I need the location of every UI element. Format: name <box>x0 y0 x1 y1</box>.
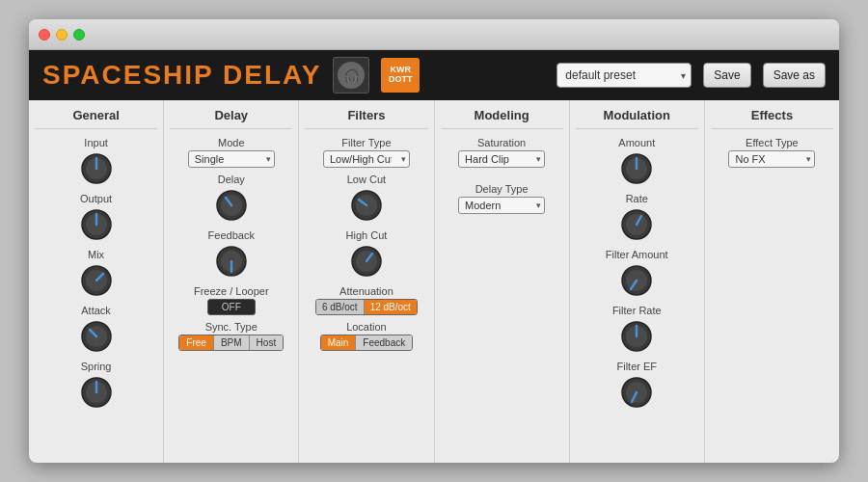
low-cut-label: Low Cut <box>347 174 386 185</box>
general-header: General <box>35 108 157 129</box>
delay-type-select-wrapper: Modern Tape BBD <box>458 197 545 214</box>
attenuation-control: Attenuation 6 dB/oct 12 dB/oct <box>315 285 418 315</box>
mix-knob[interactable] <box>78 262 115 299</box>
atten-6db-btn[interactable]: 6 dB/oct <box>316 300 365 314</box>
amount-knob[interactable] <box>618 150 655 187</box>
high-cut-control: High Cut <box>346 229 388 280</box>
header-bar: SPACESHIP DELAY 🎧 KWRDOTT default preset… <box>29 50 839 100</box>
effects-column: Effects Effect Type No FX Chorus Flanger… <box>705 100 839 463</box>
input-knob[interactable] <box>78 150 115 187</box>
mode-select-wrapper: Single Dual Ping Pong <box>188 150 275 168</box>
filter-amount-control: Filter Amount <box>606 249 668 299</box>
spring-control: Spring <box>78 361 115 411</box>
mode-label: Mode <box>218 137 245 148</box>
filter-rate-label: Filter Rate <box>612 305 662 316</box>
filter-type-select[interactable]: Low/High Cut Low Pass High Pass <box>323 150 410 168</box>
attack-label: Attack <box>81 305 111 316</box>
output-control: Output <box>78 193 115 243</box>
filter-amount-knob[interactable] <box>618 262 655 299</box>
modulation-column: Modulation Amount Rate Filter Amount <box>570 100 705 463</box>
freeze-label: Freeze / Looper <box>194 285 269 297</box>
location-label: Location <box>346 321 387 333</box>
saturation-select[interactable]: Hard Clip Soft Clip Tube None <box>458 150 545 168</box>
preset-select[interactable]: default preset <box>556 63 692 88</box>
rate-label: Rate <box>626 193 648 204</box>
mode-control: Mode Single Dual Ping Pong <box>188 137 275 168</box>
main-content: General Input Output Mix Attack <box>29 100 839 463</box>
delay-type-control: Delay Type Modern Tape BBD <box>458 183 545 214</box>
filter-ef-knob[interactable] <box>618 374 655 411</box>
filter-ef-control: Filter EF <box>616 361 657 411</box>
feedback-knob[interactable] <box>213 243 250 280</box>
filter-rate-knob[interactable] <box>618 318 655 355</box>
mode-select[interactable]: Single Dual Ping Pong <box>188 150 275 168</box>
rate-control: Rate <box>618 193 655 243</box>
input-label: Input <box>84 137 107 148</box>
filter-rate-control: Filter Rate <box>612 305 662 355</box>
save-as-button[interactable]: Save as <box>763 63 826 88</box>
traffic-lights <box>39 29 85 40</box>
save-button[interactable]: Save <box>703 63 750 88</box>
freeze-button[interactable]: OFF <box>207 299 256 315</box>
feedback-control: Feedback <box>208 229 255 280</box>
sync-bpm-btn[interactable]: BPM <box>214 335 250 350</box>
delay-knob[interactable] <box>213 187 250 224</box>
effect-type-select[interactable]: No FX Chorus Flanger Phaser <box>728 150 815 168</box>
atten-12db-btn[interactable]: 12 dB/oct <box>365 300 417 314</box>
mix-label: Mix <box>88 249 104 260</box>
preset-wrapper: default preset <box>556 63 692 88</box>
saturation-control: Saturation Hard Clip Soft Clip Tube None <box>458 137 545 168</box>
location-main-btn[interactable]: Main <box>321 335 357 350</box>
output-knob[interactable] <box>78 206 115 243</box>
delay-type-label: Delay Type <box>475 183 529 195</box>
headphone-logo: 🎧 <box>333 57 369 94</box>
kwr-logo: KWRDOTT <box>381 58 420 93</box>
general-column: General Input Output Mix Attack <box>29 100 164 463</box>
saturation-label: Saturation <box>477 137 526 148</box>
spring-knob[interactable] <box>78 374 115 411</box>
filters-column: Filters Filter Type Low/High Cut Low Pas… <box>299 100 434 463</box>
rate-knob[interactable] <box>618 206 655 243</box>
location-feedback-btn[interactable]: Feedback <box>356 335 412 350</box>
attenuation-label: Attenuation <box>339 285 393 297</box>
close-button[interactable] <box>39 29 50 40</box>
feedback-label: Feedback <box>208 229 255 241</box>
delay-knob-control: Delay <box>213 174 250 224</box>
low-cut-knob[interactable] <box>348 187 385 224</box>
sync-free-btn[interactable]: Free <box>179 335 214 350</box>
minimize-button[interactable] <box>56 29 68 40</box>
delay-column: Delay Mode Single Dual Ping Pong Delay <box>164 100 299 463</box>
effect-type-select-wrapper: No FX Chorus Flanger Phaser <box>728 150 815 168</box>
high-cut-label: High Cut <box>346 229 388 241</box>
high-cut-knob[interactable] <box>348 243 385 280</box>
amount-label: Amount <box>618 137 655 148</box>
input-control: Input <box>78 137 115 187</box>
mix-control: Mix <box>78 249 115 299</box>
delay-knob-label: Delay <box>218 174 245 185</box>
low-cut-control: Low Cut <box>347 174 386 224</box>
effect-type-label: Effect Type <box>746 137 799 148</box>
freeze-control: Freeze / Looper OFF <box>194 285 269 315</box>
app-title: SPACESHIP DELAY <box>42 60 321 91</box>
filter-type-select-wrapper: Low/High Cut Low Pass High Pass <box>323 150 410 168</box>
filter-type-label: Filter Type <box>341 137 391 148</box>
delay-header: Delay <box>170 108 292 129</box>
saturation-select-wrapper: Hard Clip Soft Clip Tube None <box>458 150 545 168</box>
sync-type-label: Sync. Type <box>205 321 258 333</box>
modulation-header: Modulation <box>576 108 698 129</box>
amount-control: Amount <box>618 137 655 187</box>
sync-host-btn[interactable]: Host <box>250 335 284 350</box>
spring-label: Spring <box>81 361 112 372</box>
title-bar <box>29 19 839 50</box>
effects-header: Effects <box>711 108 833 129</box>
main-window: SPACESHIP DELAY 🎧 KWRDOTT default preset… <box>29 19 839 463</box>
attenuation-group: 6 dB/oct 12 dB/oct <box>315 299 418 315</box>
filter-amount-label: Filter Amount <box>606 249 668 260</box>
output-label: Output <box>80 193 112 204</box>
maximize-button[interactable] <box>73 29 85 40</box>
attack-knob[interactable] <box>78 318 115 355</box>
attack-control: Attack <box>78 305 115 355</box>
filter-ef-label: Filter EF <box>616 361 657 372</box>
delay-type-select[interactable]: Modern Tape BBD <box>458 197 545 214</box>
location-control: Location Main Feedback <box>320 321 414 351</box>
